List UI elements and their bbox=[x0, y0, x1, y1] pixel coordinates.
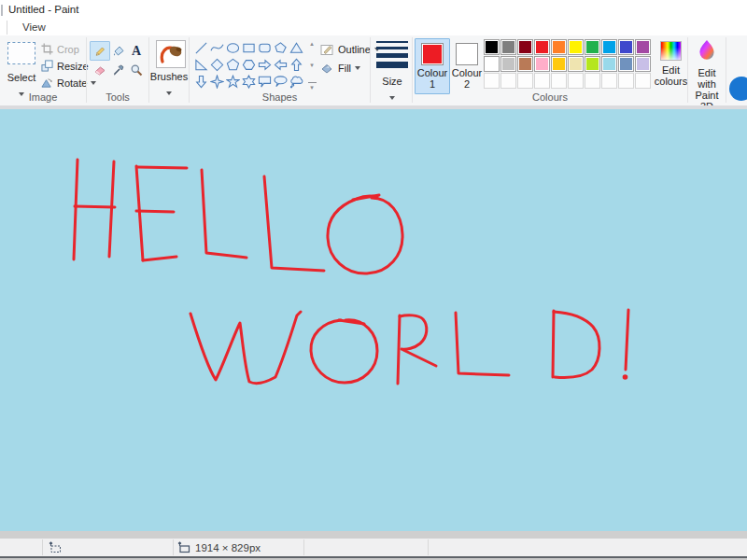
fill-button[interactable]: Fill bbox=[320, 60, 360, 77]
section-brushes: Brushes bbox=[149, 35, 189, 105]
colour1-button[interactable]: Colour 1 bbox=[415, 38, 450, 94]
shape-hexagon[interactable] bbox=[241, 56, 257, 73]
palette-swatch[interactable] bbox=[585, 56, 600, 72]
star-4-icon bbox=[210, 75, 224, 89]
palette-swatch[interactable] bbox=[500, 56, 516, 72]
callout-cloud-icon bbox=[289, 75, 303, 89]
crop-button[interactable]: Crop bbox=[41, 41, 79, 57]
product-alerts-icon[interactable] bbox=[729, 77, 747, 101]
arrow-down-icon bbox=[194, 75, 208, 89]
palette-swatch-empty[interactable] bbox=[484, 73, 500, 89]
edit-colours-button[interactable]: Edit colours bbox=[654, 39, 688, 97]
palette-swatch[interactable] bbox=[484, 39, 500, 55]
shape-curve[interactable] bbox=[209, 39, 225, 56]
palette-swatch[interactable] bbox=[585, 39, 600, 55]
shape-pentagon[interactable] bbox=[225, 56, 241, 73]
shape-ellipse[interactable] bbox=[225, 39, 241, 56]
shapes-grid bbox=[193, 39, 304, 91]
shape-right-triangle[interactable] bbox=[193, 56, 209, 73]
magnifier-tool-button[interactable] bbox=[126, 60, 147, 79]
right-triangle-icon bbox=[194, 58, 208, 72]
text-tool-icon: A bbox=[132, 44, 141, 59]
palette-swatch[interactable] bbox=[517, 39, 533, 55]
drawing-canvas[interactable] bbox=[0, 109, 747, 531]
fill-label: Fill bbox=[338, 63, 351, 74]
palette-swatch[interactable] bbox=[484, 56, 500, 72]
size-button[interactable]: Size bbox=[374, 39, 410, 97]
palette-swatch[interactable] bbox=[618, 39, 634, 55]
size-label: Size bbox=[382, 76, 402, 87]
palette-swatch[interactable] bbox=[534, 56, 550, 72]
colour-palette bbox=[484, 39, 652, 90]
shape-arrow-up[interactable] bbox=[289, 56, 304, 73]
status-divider bbox=[173, 539, 174, 555]
shape-callout-cloud[interactable] bbox=[289, 73, 304, 90]
canvas-size-indicator: 1914 × 829px bbox=[177, 539, 261, 556]
outline-icon bbox=[320, 43, 334, 56]
edit-with-paint3d-button[interactable]: Edit with Paint 3D bbox=[688, 39, 726, 112]
shape-line[interactable] bbox=[193, 39, 209, 56]
palette-swatch-empty[interactable] bbox=[517, 73, 533, 89]
size-dropdown-caret bbox=[389, 96, 395, 100]
triangle-icon bbox=[289, 41, 303, 55]
shapes-scroll-up-icon[interactable]: ▴ bbox=[308, 39, 317, 48]
pencil-tool-button[interactable] bbox=[90, 41, 110, 61]
shape-callout-oval[interactable] bbox=[273, 73, 289, 90]
shape-rounded-rectangle[interactable] bbox=[257, 39, 273, 56]
palette-swatch[interactable] bbox=[635, 39, 651, 55]
palette-swatch[interactable] bbox=[601, 39, 617, 55]
palette-swatch-empty[interactable] bbox=[635, 73, 651, 89]
edit-colours-label-1: Edit bbox=[662, 64, 680, 76]
select-icon bbox=[7, 42, 35, 64]
palette-swatch[interactable] bbox=[551, 56, 567, 72]
palette-swatch-empty[interactable] bbox=[551, 73, 567, 89]
shapes-more-icon[interactable]: ▾ bbox=[308, 82, 317, 91]
shape-arrow-down[interactable] bbox=[193, 73, 209, 90]
section-shapes: ▴ ▾ ▾ Outline Fill Shapes bbox=[190, 35, 370, 105]
shape-arrow-right[interactable] bbox=[257, 56, 273, 73]
shapes-scroll-down-icon[interactable]: ▾ bbox=[308, 61, 317, 69]
ribbon: Select Crop Resize bbox=[0, 35, 747, 105]
status-divider bbox=[428, 539, 429, 555]
palette-swatch[interactable] bbox=[568, 56, 584, 72]
palette-swatch[interactable] bbox=[635, 56, 651, 72]
shape-polygon[interactable] bbox=[273, 39, 289, 56]
edit-colours-icon bbox=[660, 41, 682, 61]
resize-button[interactable]: Resize bbox=[41, 58, 89, 74]
arrow-up-icon bbox=[289, 58, 303, 72]
shape-rectangle[interactable] bbox=[241, 39, 257, 56]
palette-swatch-empty[interactable] bbox=[601, 73, 617, 89]
select-button[interactable]: Select bbox=[4, 39, 39, 93]
crop-label: Crop bbox=[57, 44, 79, 55]
palette-swatch[interactable] bbox=[500, 39, 516, 55]
text-tool-button[interactable]: A bbox=[126, 41, 147, 61]
palette-swatch[interactable] bbox=[618, 56, 634, 72]
palette-swatch-empty[interactable] bbox=[585, 73, 600, 89]
shape-triangle[interactable] bbox=[289, 39, 304, 56]
brushes-button[interactable]: Brushes bbox=[149, 35, 189, 105]
shape-arrow-left[interactable] bbox=[273, 56, 289, 73]
shape-star-6[interactable] bbox=[241, 73, 257, 90]
colour1-number: 1 bbox=[416, 78, 449, 90]
ellipse-icon bbox=[226, 41, 240, 55]
palette-swatch[interactable] bbox=[601, 56, 617, 72]
tab-view[interactable]: View bbox=[22, 21, 46, 33]
shape-diamond[interactable] bbox=[209, 56, 225, 73]
palette-swatch-empty[interactable] bbox=[618, 73, 634, 89]
palette-swatch-empty[interactable] bbox=[500, 73, 516, 89]
palette-swatch[interactable] bbox=[551, 39, 567, 55]
palette-swatch[interactable] bbox=[568, 39, 584, 55]
horizontal-scrollbar[interactable] bbox=[0, 531, 747, 539]
star-5-icon bbox=[226, 75, 240, 89]
shape-star-4[interactable] bbox=[209, 73, 225, 90]
eraser-tool-button[interactable] bbox=[90, 60, 110, 79]
colour2-button[interactable]: Colour 2 bbox=[449, 38, 485, 94]
palette-swatch-empty[interactable] bbox=[534, 73, 550, 89]
palette-swatch[interactable] bbox=[517, 56, 533, 72]
callout-rectangle-icon bbox=[258, 75, 272, 89]
shape-callout-rectangle[interactable] bbox=[257, 73, 273, 90]
palette-swatch-empty[interactable] bbox=[568, 73, 584, 89]
shape-star-5[interactable] bbox=[225, 73, 241, 90]
palette-swatch[interactable] bbox=[534, 39, 550, 55]
fill-dropdown-caret bbox=[355, 66, 360, 70]
